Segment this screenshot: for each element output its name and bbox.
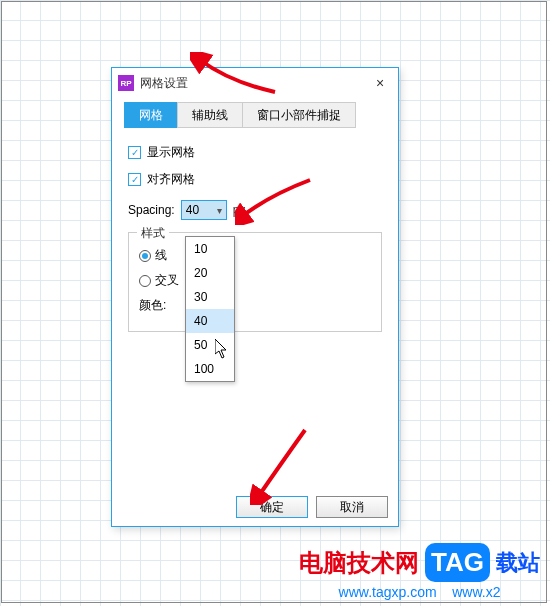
- style-cross-label: 交叉: [155, 272, 179, 289]
- chevron-down-icon: ▾: [217, 205, 222, 216]
- style-cross-radio[interactable]: [139, 275, 151, 287]
- style-legend: 样式: [137, 225, 169, 242]
- spacing-option-30[interactable]: 30: [186, 285, 234, 309]
- style-cross-row: 交叉: [139, 272, 371, 289]
- watermark-tag: TAG: [425, 543, 490, 582]
- tab-strip: 网格 辅助线 窗口小部件捕捉: [124, 102, 386, 128]
- tab-content: ✓ 显示网格 ✓ 对齐网格 Spacing: 40 ▾ px 样式 线 交叉: [112, 128, 398, 338]
- spacing-option-40[interactable]: 40: [186, 309, 234, 333]
- spacing-spinner[interactable]: 40 ▾: [181, 200, 227, 220]
- window-title: 网格设置: [140, 75, 368, 92]
- watermark-suffix: 载站: [496, 548, 540, 578]
- close-button[interactable]: ×: [368, 71, 392, 95]
- cancel-button[interactable]: 取消: [316, 496, 388, 518]
- grid-settings-dialog: RP 网格设置 × 网格 辅助线 窗口小部件捕捉 ✓ 显示网格 ✓ 对齐网格 S…: [111, 67, 399, 527]
- style-fieldset: 样式 线 交叉 颜色:: [128, 232, 382, 332]
- ok-button[interactable]: 确定: [236, 496, 308, 518]
- color-row: 颜色:: [139, 297, 371, 314]
- align-grid-checkbox[interactable]: ✓: [128, 173, 141, 186]
- dialog-button-bar: 确定 取消: [236, 496, 388, 518]
- align-grid-row: ✓ 对齐网格: [128, 171, 382, 188]
- spacing-value: 40: [186, 203, 217, 217]
- tab-guides[interactable]: 辅助线: [177, 102, 243, 128]
- titlebar: RP 网格设置 ×: [112, 68, 398, 98]
- watermark-url: www.tagxp.com: [339, 584, 437, 600]
- style-line-radio[interactable]: [139, 250, 151, 262]
- color-label: 颜色:: [139, 297, 166, 314]
- tab-widget-snap[interactable]: 窗口小部件捕捉: [242, 102, 356, 128]
- spacing-dropdown[interactable]: 10 20 30 40 50 100: [185, 236, 235, 382]
- style-line-row: 线: [139, 247, 371, 264]
- watermark-brand: 电脑技术网: [299, 547, 419, 579]
- align-grid-label: 对齐网格: [147, 171, 195, 188]
- spacing-label: Spacing:: [128, 203, 175, 217]
- watermark-url2: www.x2: [452, 584, 500, 600]
- show-grid-label: 显示网格: [147, 144, 195, 161]
- show-grid-checkbox[interactable]: ✓: [128, 146, 141, 159]
- app-icon: RP: [118, 75, 134, 91]
- style-line-label: 线: [155, 247, 167, 264]
- watermark: 电脑技术网 TAG 载站 www.tagxp.com www.x2: [299, 543, 540, 600]
- spacing-option-20[interactable]: 20: [186, 261, 234, 285]
- spacing-option-10[interactable]: 10: [186, 237, 234, 261]
- spacing-unit: px: [233, 203, 246, 217]
- tab-grid[interactable]: 网格: [124, 102, 178, 128]
- spacing-row: Spacing: 40 ▾ px: [128, 200, 382, 220]
- show-grid-row: ✓ 显示网格: [128, 144, 382, 161]
- spacing-option-100[interactable]: 100: [186, 357, 234, 381]
- spacing-option-50[interactable]: 50: [186, 333, 234, 357]
